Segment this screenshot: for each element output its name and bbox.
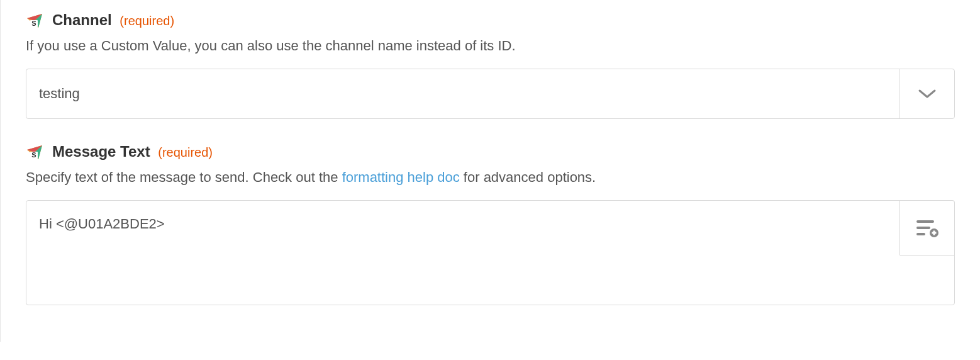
svg-text:S: S (31, 151, 36, 159)
message-text-description: Specify text of the message to send. Che… (26, 168, 955, 188)
channel-required-tag: (required) (120, 14, 174, 28)
svg-rect-9 (932, 232, 937, 233)
svg-rect-6 (916, 233, 925, 235)
message-text-description-pre: Specify text of the message to send. Che… (26, 169, 342, 185)
channel-dropdown[interactable]: testing (26, 69, 955, 119)
message-text-required-tag: (required) (158, 145, 213, 159)
channel-dropdown-value[interactable]: testing (26, 69, 899, 118)
insert-data-icon (915, 218, 939, 237)
message-text-input-wrapper: Hi <@U01A2BDE2> (26, 200, 955, 305)
slack-icon: S (26, 143, 43, 160)
formatting-help-link[interactable]: formatting help doc (342, 169, 460, 185)
message-text-field-group: S Message Text (required) Specify text o… (26, 143, 955, 305)
message-text-description-post: for advanced options. (460, 169, 596, 185)
insert-data-button[interactable] (899, 200, 955, 256)
svg-rect-4 (916, 220, 934, 223)
message-text-input[interactable]: Hi <@U01A2BDE2> (26, 201, 954, 305)
channel-field-header: S Channel (required) (26, 11, 955, 29)
channel-dropdown-caret[interactable] (899, 69, 954, 118)
message-text-field-header: S Message Text (required) (26, 143, 955, 160)
channel-description: If you use a Custom Value, you can also … (26, 37, 955, 56)
channel-field-group: S Channel (required) If you use a Custom… (26, 11, 955, 119)
svg-text:S: S (31, 20, 36, 27)
channel-label: Channel (required) (52, 11, 174, 29)
message-text-label: Message Text (required) (52, 143, 213, 160)
svg-rect-5 (916, 227, 930, 229)
slack-icon: S (26, 11, 43, 29)
chevron-down-icon (918, 88, 937, 99)
